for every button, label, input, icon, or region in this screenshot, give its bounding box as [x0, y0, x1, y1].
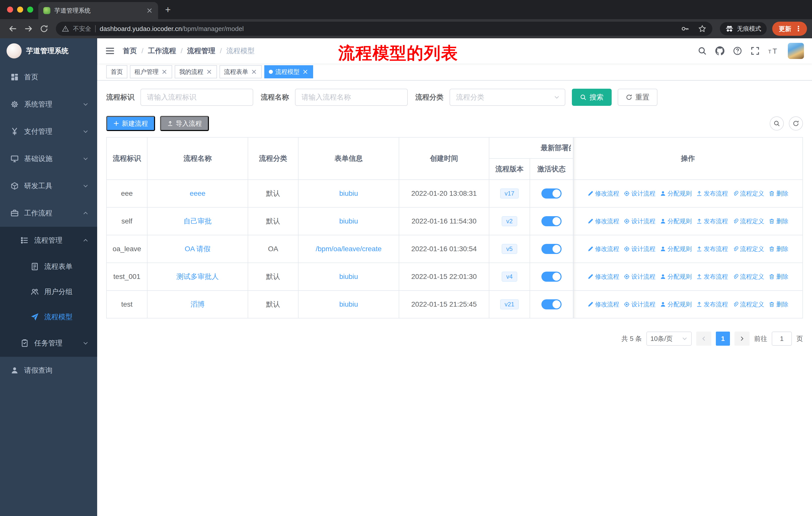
tag-home[interactable]: 首页 — [106, 65, 127, 78]
prev-page-button[interactable] — [696, 332, 711, 346]
sidebar-item-process-management[interactable]: 流程管理 — [0, 227, 97, 254]
font-size-icon[interactable]: TT — [768, 46, 779, 55]
action-definition[interactable]: 流程定义 — [732, 273, 764, 281]
action-design[interactable]: 设计流程 — [624, 189, 656, 197]
password-key-icon[interactable] — [681, 25, 689, 33]
hamburger-icon[interactable] — [105, 46, 115, 56]
action-assign[interactable]: 分配规则 — [660, 300, 692, 308]
zoom-window-button[interactable] — [27, 6, 33, 12]
action-delete[interactable]: 删除 — [769, 217, 788, 225]
reload-icon[interactable] — [40, 24, 48, 33]
action-definition[interactable]: 流程定义 — [732, 300, 764, 308]
active-toggle[interactable] — [542, 272, 561, 282]
close-window-button[interactable] — [7, 6, 13, 12]
sidebar-item-leave-query[interactable]: 请假查询 — [0, 357, 97, 384]
process-name-link[interactable]: 测试多审批人 — [176, 273, 219, 280]
create-process-button[interactable]: 新建流程 — [106, 116, 155, 131]
reset-button[interactable]: 重置 — [618, 89, 658, 106]
action-design[interactable]: 设计流程 — [624, 217, 656, 225]
tag-tenant[interactable]: 租户管理 — [130, 65, 172, 78]
action-design[interactable]: 设计流程 — [624, 300, 656, 308]
action-publish[interactable]: 发布流程 — [696, 300, 728, 308]
action-design[interactable]: 设计流程 — [624, 245, 656, 253]
close-icon[interactable] — [206, 69, 212, 75]
action-assign[interactable]: 分配规则 — [660, 273, 692, 281]
action-publish[interactable]: 发布流程 — [696, 189, 728, 197]
version-badge[interactable]: v4 — [502, 272, 517, 282]
action-publish[interactable]: 发布流程 — [696, 217, 728, 225]
url-bar[interactable]: 不安全 dashboard.yudao.iocoder.cn/bpm/manag… — [56, 22, 712, 36]
form-info-link[interactable]: biubiu — [339, 189, 358, 197]
page-size-select[interactable]: 10条/页 — [646, 332, 692, 346]
form-info-link[interactable]: /bpm/oa/leave/create — [316, 245, 382, 253]
action-publish[interactable]: 发布流程 — [696, 245, 728, 253]
action-assign[interactable]: 分配规则 — [660, 217, 692, 225]
sidebar-item-infrastructure[interactable]: 基础设施 — [0, 145, 97, 172]
form-info-link[interactable]: biubiu — [339, 217, 358, 225]
toggle-search-button[interactable] — [770, 116, 784, 131]
action-edit[interactable]: 修改流程 — [587, 189, 619, 197]
goto-page-input[interactable] — [772, 332, 792, 346]
breadcrumb-item[interactable]: 流程管理 — [187, 46, 215, 56]
process-key-input[interactable] — [141, 89, 253, 106]
help-icon[interactable] — [733, 46, 742, 55]
github-icon[interactable] — [715, 46, 724, 55]
close-icon[interactable] — [302, 69, 309, 75]
action-edit[interactable]: 修改流程 — [587, 245, 619, 253]
category-select[interactable]: 流程分类 — [450, 89, 565, 106]
search-icon[interactable] — [698, 46, 707, 55]
avatar[interactable] — [788, 43, 804, 59]
active-toggle[interactable] — [542, 299, 561, 309]
sidebar-item-system[interactable]: 系统管理 — [0, 91, 97, 118]
action-delete[interactable]: 删除 — [769, 245, 788, 253]
sidebar-item-devtools[interactable]: 研发工具 — [0, 172, 97, 199]
process-name-link[interactable]: eeee — [190, 189, 205, 197]
chrome-update-button[interactable]: 更新 ⋮ — [772, 22, 807, 36]
tag-my-process[interactable]: 我的流程 — [175, 65, 217, 78]
action-assign[interactable]: 分配规则 — [660, 189, 692, 197]
action-definition[interactable]: 流程定义 — [732, 245, 764, 253]
sidebar-item-task-management[interactable]: 任务管理 — [0, 330, 97, 357]
action-delete[interactable]: 删除 — [769, 273, 788, 281]
close-icon[interactable] — [251, 69, 257, 75]
active-toggle[interactable] — [542, 216, 561, 226]
forward-icon[interactable] — [24, 24, 33, 33]
breadcrumb-item[interactable]: 工作流程 — [148, 46, 176, 56]
action-publish[interactable]: 发布流程 — [696, 273, 728, 281]
action-assign[interactable]: 分配规则 — [660, 245, 692, 253]
process-name-input[interactable] — [295, 89, 408, 106]
browser-tab[interactable]: 芋道管理系统 — [38, 2, 158, 19]
version-badge[interactable]: v2 — [502, 216, 517, 226]
process-name-link[interactable]: 滔博 — [191, 300, 205, 308]
action-delete[interactable]: 删除 — [769, 189, 788, 197]
bookmark-star-icon[interactable] — [698, 25, 706, 33]
version-badge[interactable]: v5 — [502, 244, 517, 254]
active-toggle[interactable] — [542, 244, 561, 254]
form-info-link[interactable]: biubiu — [339, 273, 358, 280]
tab-close-icon[interactable] — [146, 7, 153, 14]
version-badge[interactable]: v17 — [500, 188, 519, 198]
sidebar-item-payment[interactable]: 支付管理 — [0, 118, 97, 145]
action-definition[interactable]: 流程定义 — [732, 189, 764, 197]
refresh-table-button[interactable] — [789, 116, 803, 131]
sidebar-item-user-group[interactable]: 用户分组 — [0, 279, 97, 304]
sidebar-item-workflow[interactable]: 工作流程 — [0, 199, 97, 227]
close-icon[interactable] — [161, 69, 168, 75]
new-tab-button[interactable]: + — [165, 4, 171, 15]
fullscreen-icon[interactable] — [751, 46, 760, 55]
tag-process-model[interactable]: 流程模型 — [264, 65, 313, 78]
minimize-window-button[interactable] — [17, 6, 23, 12]
form-info-link[interactable]: biubiu — [339, 300, 358, 308]
action-edit[interactable]: 修改流程 — [587, 217, 619, 225]
back-icon[interactable] — [8, 24, 17, 33]
sidebar-item-process-form[interactable]: 流程表单 — [0, 254, 97, 279]
page-1-button[interactable]: 1 — [716, 332, 730, 346]
active-toggle[interactable] — [542, 188, 561, 198]
action-design[interactable]: 设计流程 — [624, 273, 656, 281]
action-delete[interactable]: 删除 — [769, 300, 788, 308]
next-page-button[interactable] — [734, 332, 750, 346]
breadcrumb-item[interactable]: 首页 — [123, 46, 137, 56]
tag-process-form[interactable]: 流程表单 — [220, 65, 262, 78]
process-name-link[interactable]: OA 请假 — [185, 245, 211, 253]
action-edit[interactable]: 修改流程 — [587, 273, 619, 281]
